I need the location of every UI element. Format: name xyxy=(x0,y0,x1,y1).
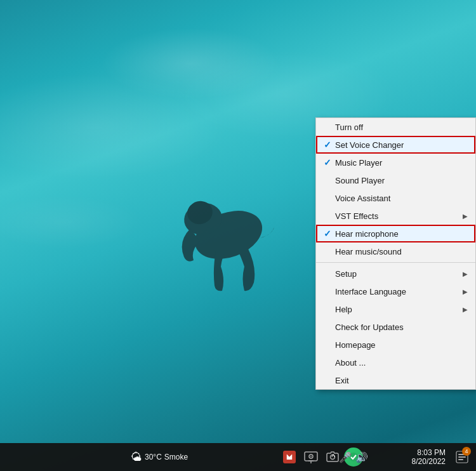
menu-item-exit[interactable]: Exit xyxy=(316,371,475,389)
menu-label-setup: Setup xyxy=(334,269,463,279)
menu-label-sound-player: Sound Player xyxy=(334,176,468,185)
menu-label-help: Help xyxy=(334,305,463,314)
menu-label-voice-assistant: Voice Assistant xyxy=(334,194,468,203)
menu-label-hear-music-sound: Hear music/sound xyxy=(334,247,468,256)
microphone-tray-icon[interactable]: 🎤 xyxy=(339,451,352,463)
clock-time: 8:03 PM xyxy=(417,448,446,457)
menu-label-check-for-updates: Check for Updates xyxy=(334,322,468,332)
tray-expand-icon[interactable]: ^ xyxy=(331,453,335,461)
menu-label-turn-off: Turn off xyxy=(334,123,468,132)
svg-rect-15 xyxy=(458,459,463,460)
notification-button[interactable]: 4 xyxy=(451,443,473,471)
menu-item-voice-assistant[interactable]: Voice Assistant xyxy=(316,189,475,207)
submenu-arrow-vst-effects: ▶ xyxy=(463,213,468,220)
svg-point-9 xyxy=(310,456,312,457)
menu-item-set-voice-changer[interactable]: ✓Set Voice Changer xyxy=(316,136,475,154)
menu-item-setup[interactable]: Setup▶ xyxy=(316,265,475,282)
check-icon-set-voice-changer: ✓ xyxy=(321,140,334,150)
menu-label-set-voice-changer: Set Voice Changer xyxy=(334,140,468,150)
taskbar-app-voicechanger[interactable] xyxy=(279,447,300,467)
notification-badge: 4 xyxy=(462,447,471,456)
svg-rect-14 xyxy=(458,456,466,458)
weather-info: 🌤 30°C Smoke xyxy=(127,443,192,471)
submenu-arrow-help: ▶ xyxy=(463,306,468,313)
weather-icon: 🌤 xyxy=(131,451,142,464)
menu-item-help[interactable]: Help▶ xyxy=(316,300,475,318)
clock-date: 8/20/2022 xyxy=(412,457,446,466)
menu-item-sound-player[interactable]: Sound Player xyxy=(316,171,475,189)
check-icon-music-player: ✓ xyxy=(321,157,334,168)
context-menu: Turn off✓Set Voice Changer✓Music PlayerS… xyxy=(315,117,476,390)
taskbar: 🌤 30°C Smoke ^ 🎤 🔊 8:03 PM 8/20/2022 4 xyxy=(0,443,476,471)
menu-label-about: About ... xyxy=(334,358,468,368)
system-tray-icons: ^ 🎤 🔊 xyxy=(331,443,368,471)
menu-item-hear-microphone[interactable]: ✓Hear microphone xyxy=(316,225,475,242)
taskbar-app-screen[interactable] xyxy=(301,447,321,467)
svg-point-4 xyxy=(288,457,291,460)
menu-item-check-for-updates[interactable]: Check for Updates xyxy=(316,318,475,336)
menu-label-interface-language: Interface Language xyxy=(334,287,463,296)
menu-label-vst-effects: VST Effects xyxy=(334,211,463,221)
menu-item-homepage[interactable]: Homepage xyxy=(316,336,475,354)
menu-label-music-player: Music Player xyxy=(334,158,468,168)
clock[interactable]: 8:03 PM 8/20/2022 xyxy=(407,443,451,471)
submenu-arrow-interface-language: ▶ xyxy=(463,288,468,295)
weather-condition: Smoke xyxy=(164,453,188,461)
submenu-arrow-setup: ▶ xyxy=(463,270,468,277)
menu-item-music-player[interactable]: ✓Music Player xyxy=(316,154,475,171)
menu-label-homepage: Homepage xyxy=(334,340,468,350)
menu-separator-after-hear-music-sound xyxy=(316,262,475,263)
menu-item-vst-effects[interactable]: VST Effects▶ xyxy=(316,207,475,225)
menu-item-interface-language[interactable]: Interface Language▶ xyxy=(316,282,475,300)
menu-item-about[interactable]: About ... xyxy=(316,354,475,371)
volume-tray-icon[interactable]: 🔊 xyxy=(355,451,368,463)
menu-label-exit: Exit xyxy=(334,376,468,385)
check-icon-hear-microphone: ✓ xyxy=(321,229,334,239)
menu-item-turn-off[interactable]: Turn off xyxy=(316,118,475,136)
weather-temp: 30°C xyxy=(145,453,162,461)
menu-item-hear-music-sound[interactable]: Hear music/sound xyxy=(316,242,475,260)
menu-label-hear-microphone: Hear microphone xyxy=(334,229,468,239)
